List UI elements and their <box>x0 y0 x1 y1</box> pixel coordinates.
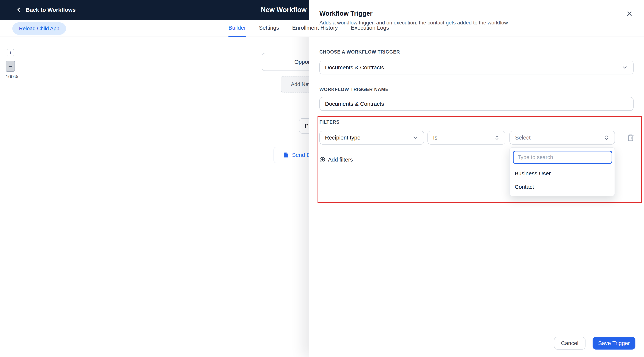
plus-circle-icon <box>320 157 325 163</box>
workflow-title: New Workflow <box>261 0 314 20</box>
workflow-trigger-panel: Workflow Trigger Adds a workflow trigger… <box>309 0 644 357</box>
dropdown-search-input[interactable] <box>513 151 612 164</box>
zoom-out-button[interactable]: − <box>6 61 15 72</box>
filter-value-placeholder: Select <box>515 135 530 141</box>
filter-value-select[interactable]: Select <box>510 131 615 145</box>
chevron-down-icon <box>412 135 418 141</box>
filter-operator-value: Is <box>433 135 437 141</box>
tab-execution-logs[interactable]: Execution Logs <box>351 20 389 37</box>
close-panel-button[interactable] <box>625 10 634 18</box>
document-icon <box>283 152 289 158</box>
panel-body: CHOOSE A WORKFLOW TRIGGER Documents & Co… <box>309 49 644 163</box>
close-icon <box>626 10 633 18</box>
back-to-workflows-button[interactable]: Back to Workflows <box>15 6 76 14</box>
chevron-left-icon <box>15 6 22 14</box>
filters-label: FILTERS <box>320 119 634 125</box>
dropdown-option-contact[interactable]: Contact <box>510 180 614 194</box>
sub-header: Reload Child App Builder Settings Enroll… <box>0 20 309 37</box>
filter-field-value: Recipient type <box>325 135 360 141</box>
save-trigger-button[interactable]: Save Trigger <box>592 337 636 349</box>
tab-enrollment-history[interactable]: Enrollment History <box>292 20 338 37</box>
trash-icon <box>627 134 634 141</box>
choose-trigger-label: CHOOSE A WORKFLOW TRIGGER <box>320 49 634 55</box>
chevrons-up-down-icon <box>604 135 609 140</box>
tab-settings[interactable]: Settings <box>259 20 279 37</box>
reload-child-app-button[interactable]: Reload Child App <box>12 22 66 35</box>
panel-footer: Cancel Save Trigger <box>309 329 644 357</box>
back-label: Back to Workflows <box>26 7 76 13</box>
filter-value-dropdown: Business User Contact <box>510 147 615 196</box>
trigger-name-input[interactable] <box>320 97 634 111</box>
workflow-tabs: Builder Settings Enrollment History Exec… <box>228 20 389 37</box>
filter-operator-select[interactable]: Is <box>428 131 505 145</box>
chevrons-up-down-icon <box>494 135 500 140</box>
add-filters-button[interactable]: Add filters <box>320 157 353 163</box>
trigger-type-value: Documents & Contracts <box>325 64 384 71</box>
filter-row: Recipient type Is Select <box>320 131 634 145</box>
trigger-name-label: WORKFLOW TRIGGER NAME <box>320 87 634 92</box>
zoom-level-label: 100% <box>6 74 18 80</box>
delete-filter-button[interactable] <box>626 133 635 142</box>
filter-field-select[interactable]: Recipient type <box>320 131 424 145</box>
panel-title: Workflow Trigger <box>320 10 634 17</box>
trigger-type-select[interactable]: Documents & Contracts <box>320 61 634 74</box>
workflow-title-text: New Workflow <box>261 6 306 14</box>
cancel-button[interactable]: Cancel <box>554 337 586 349</box>
dropdown-option-business-user[interactable]: Business User <box>510 167 614 180</box>
chevron-down-icon <box>622 64 628 71</box>
tab-builder[interactable]: Builder <box>228 20 246 37</box>
add-filters-label: Add filters <box>328 157 353 163</box>
zoom-in-button[interactable]: + <box>7 49 14 56</box>
